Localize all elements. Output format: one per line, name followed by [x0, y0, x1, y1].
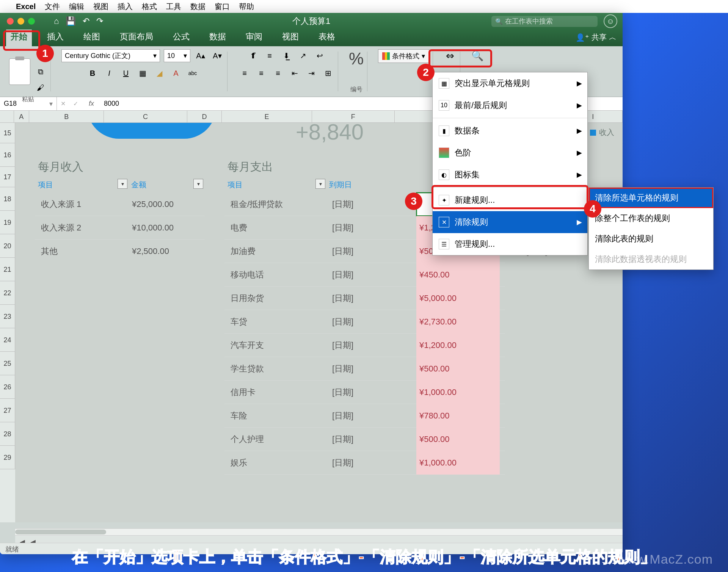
- app-name[interactable]: Excel: [16, 2, 36, 11]
- underline-button[interactable]: U: [119, 67, 132, 80]
- search-box[interactable]: 🔍: [491, 16, 598, 27]
- filter-button[interactable]: ▾: [193, 179, 203, 189]
- fill-color-button[interactable]: ◢: [153, 67, 166, 80]
- close-icon[interactable]: [7, 18, 14, 25]
- align-left-icon[interactable]: ≡: [238, 67, 251, 80]
- tab-insert[interactable]: 插入: [42, 28, 68, 46]
- increase-font-icon[interactable]: A▴: [194, 49, 207, 62]
- menu-data[interactable]: 数据: [190, 2, 206, 12]
- save-icon[interactable]: 💾: [66, 16, 76, 26]
- search-input[interactable]: [505, 17, 594, 25]
- col-f[interactable]: F: [312, 111, 395, 122]
- font-size-combo[interactable]: 10▾: [164, 49, 190, 62]
- align-right-icon[interactable]: ≡: [271, 67, 284, 80]
- conditional-format-button[interactable]: 条件格式 ▾: [378, 49, 429, 63]
- format-painter-icon[interactable]: 🖌: [34, 81, 47, 94]
- filter-button[interactable]: ▾: [315, 179, 325, 189]
- confirm-icon[interactable]: ✓: [69, 100, 82, 107]
- col-b[interactable]: B: [29, 111, 104, 122]
- orientation-icon[interactable]: ↗: [297, 49, 309, 62]
- menu-edit[interactable]: 编辑: [69, 2, 84, 12]
- col-a[interactable]: A: [14, 111, 29, 122]
- italic-button[interactable]: I: [103, 67, 116, 80]
- row-header[interactable]: 26: [0, 375, 15, 399]
- tab-page-layout[interactable]: 页面布局: [115, 28, 158, 46]
- cf-new-rule[interactable]: ✦新建规则...: [433, 189, 587, 211]
- col-d[interactable]: D: [187, 111, 222, 122]
- col-e[interactable]: E: [222, 111, 312, 122]
- clear-selected-cells[interactable]: 清除所选单元格的规则: [589, 188, 713, 208]
- tab-home[interactable]: 开始: [6, 28, 32, 46]
- scroll-thumb[interactable]: [15, 530, 106, 534]
- row-header[interactable]: 18: [0, 187, 15, 211]
- home-icon[interactable]: ⌂: [54, 16, 59, 26]
- row-header[interactable]: 23: [0, 305, 15, 328]
- row-header[interactable]: 16: [0, 143, 15, 167]
- row-header[interactable]: 20: [0, 234, 15, 258]
- find-icon[interactable]: 🔍: [471, 49, 484, 62]
- menu-file[interactable]: 文件: [45, 2, 60, 12]
- cf-manage-rules[interactable]: ☰管理规则...: [433, 233, 587, 255]
- row-header[interactable]: 28: [0, 422, 15, 446]
- tab-table[interactable]: 表格: [314, 28, 340, 46]
- row-header[interactable]: 25: [0, 352, 15, 375]
- tab-review[interactable]: 审阅: [241, 28, 267, 46]
- phonetic-button[interactable]: abc: [186, 67, 199, 80]
- align-top-icon[interactable]: ⬆̄: [246, 49, 259, 62]
- menu-view[interactable]: 视图: [93, 2, 108, 12]
- row-header[interactable]: 21: [0, 258, 15, 281]
- cf-top-bottom-rules[interactable]: 10最前/最后规则▶: [433, 94, 587, 116]
- cf-clear-rules[interactable]: ✕清除规则▶: [433, 211, 587, 233]
- undo-icon[interactable]: ↶: [83, 16, 89, 26]
- merge-cells-icon[interactable]: ⊞: [322, 67, 334, 80]
- increase-indent-icon[interactable]: ⇥: [305, 67, 318, 80]
- font-color-button[interactable]: A: [169, 67, 182, 80]
- row-header[interactable]: 24: [0, 328, 15, 352]
- clear-entire-sheet[interactable]: 除整个工作表的规则: [589, 208, 713, 229]
- tab-data[interactable]: 数据: [205, 28, 231, 46]
- copy-icon[interactable]: ⧉: [34, 65, 47, 78]
- menu-insert[interactable]: 插入: [118, 2, 133, 12]
- cf-highlight-rules[interactable]: ▦突出显示单元格规则▶: [433, 72, 587, 94]
- menu-tools[interactable]: 工具: [166, 2, 181, 12]
- percent-icon[interactable]: %: [349, 49, 364, 68]
- align-center-icon[interactable]: ≡: [255, 67, 268, 80]
- font-name-combo[interactable]: Century Gothic (正文)▾: [61, 49, 160, 62]
- menu-format[interactable]: 格式: [142, 2, 157, 12]
- insert-cells-icon[interactable]: ⇔: [444, 49, 457, 62]
- row-header[interactable]: 29: [0, 446, 15, 469]
- clear-this-table[interactable]: 清除此表的规则: [589, 229, 713, 249]
- bold-button[interactable]: B: [86, 67, 99, 80]
- col-c[interactable]: C: [104, 111, 187, 122]
- row-header[interactable]: 22: [0, 281, 15, 305]
- cf-data-bars[interactable]: ▮数据条▶: [433, 120, 587, 142]
- row-header[interactable]: 15: [0, 123, 15, 143]
- select-all-corner[interactable]: [0, 111, 14, 122]
- border-button[interactable]: ▦: [136, 67, 149, 80]
- maximize-icon[interactable]: [28, 18, 35, 25]
- tab-formulas[interactable]: 公式: [168, 28, 194, 46]
- align-middle-icon[interactable]: ≡: [263, 49, 276, 62]
- decrease-font-icon[interactable]: A▾: [211, 49, 224, 62]
- row-header[interactable]: 19: [0, 211, 15, 234]
- redo-icon[interactable]: ↷: [96, 16, 103, 26]
- row-header[interactable]: 17: [0, 167, 15, 187]
- tab-view[interactable]: 视图: [278, 28, 303, 46]
- menu-window[interactable]: 窗口: [215, 2, 230, 12]
- minimize-icon[interactable]: [17, 18, 24, 25]
- align-bottom-icon[interactable]: ⬇̲: [280, 49, 293, 62]
- horizontal-scrollbar[interactable]: [15, 528, 623, 535]
- fx-icon[interactable]: fx: [82, 100, 101, 108]
- filter-button[interactable]: ▾: [118, 179, 127, 189]
- menu-help[interactable]: 帮助: [239, 2, 254, 12]
- share-button[interactable]: 👤⁺ 共享 ︿: [576, 32, 617, 46]
- cancel-icon[interactable]: ✕: [57, 100, 69, 107]
- row-header[interactable]: 27: [0, 399, 15, 422]
- wrap-text-icon[interactable]: ↩: [313, 49, 326, 62]
- cf-icon-sets[interactable]: ◐图标集▶: [433, 164, 587, 186]
- decrease-indent-icon[interactable]: ⇤: [288, 67, 301, 80]
- user-account-button[interactable]: ☺: [604, 14, 617, 28]
- cf-color-scales[interactable]: 色阶▶: [433, 142, 587, 164]
- tab-draw[interactable]: 绘图: [79, 28, 105, 46]
- paste-button[interactable]: [9, 58, 30, 85]
